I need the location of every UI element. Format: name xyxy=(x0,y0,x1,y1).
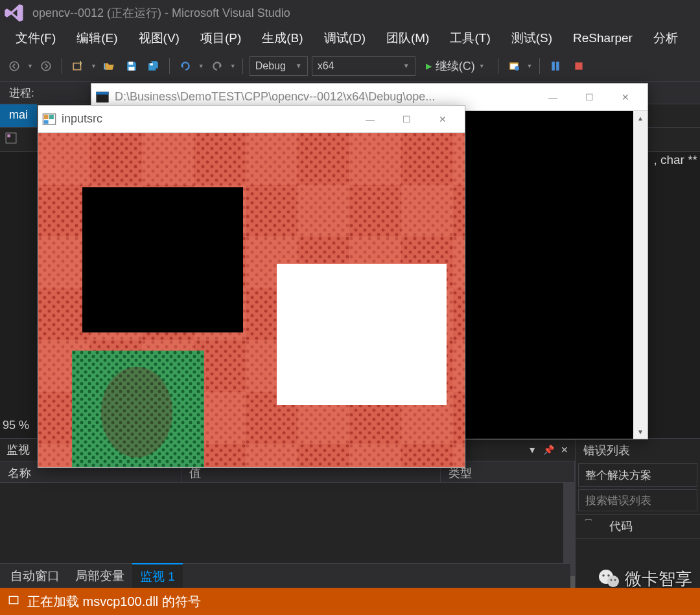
continue-button[interactable]: ▶ 继续(C) ▼ xyxy=(419,58,491,74)
svg-rect-19 xyxy=(49,115,54,119)
nav-back-icon[interactable] xyxy=(5,57,23,75)
code-fragment: , char ** xyxy=(653,153,697,167)
tab-main[interactable]: mai xyxy=(0,104,37,127)
image-window[interactable]: inputsrc — ☐ ✕ xyxy=(38,105,465,468)
menu-resharper[interactable]: ReSharper xyxy=(563,27,643,49)
error-search-placeholder: 搜索错误列表 xyxy=(585,493,651,508)
error-list-panel: 错误列表 整个解决方案 搜索错误列表 ⎴ 代码 xyxy=(576,439,700,588)
menu-project[interactable]: 项目(P) xyxy=(190,26,251,51)
new-project-icon[interactable] xyxy=(69,57,87,75)
error-scope-selector[interactable]: 整个解决方案 xyxy=(578,463,697,487)
redo-icon[interactable] xyxy=(208,57,226,75)
svg-point-39 xyxy=(614,579,616,581)
platform-selector[interactable]: x64▼ xyxy=(312,56,415,76)
zoom-percent[interactable]: 95 % xyxy=(3,419,29,432)
menu-tools[interactable]: 工具(T) xyxy=(439,26,500,51)
close-button[interactable]: ✕ xyxy=(607,84,644,111)
maximize-button[interactable]: ☐ xyxy=(388,106,425,133)
save-icon[interactable] xyxy=(122,57,141,75)
tab-autos[interactable]: 自动窗口 xyxy=(3,564,67,588)
scroll-down-icon[interactable]: ▼ xyxy=(633,424,648,439)
menu-file[interactable]: 文件(F) xyxy=(5,26,66,51)
pin-icon[interactable]: 📌 xyxy=(543,445,554,455)
config-selector[interactable]: Debug▼ xyxy=(250,56,308,76)
menu-build[interactable]: 生成(B) xyxy=(251,26,313,51)
config-value: Debug xyxy=(255,60,286,72)
close-button[interactable]: ✕ xyxy=(425,106,461,133)
menu-edit[interactable]: 编辑(E) xyxy=(66,26,128,51)
watermark-text: 微卡智享 xyxy=(625,568,692,590)
tab-locals[interactable]: 局部变量 xyxy=(67,564,132,588)
chevron-down-icon[interactable]: ▼ xyxy=(91,63,97,69)
menu-debug[interactable]: 调试(D) xyxy=(314,26,376,51)
col-code[interactable]: 代码 xyxy=(601,515,700,538)
process-label: 进程: xyxy=(9,86,34,100)
error-list-title: 错误列表 xyxy=(576,439,700,461)
svg-rect-5 xyxy=(150,63,153,65)
svg-point-8 xyxy=(515,66,519,71)
close-icon[interactable]: ✕ xyxy=(561,445,568,455)
svg-point-35 xyxy=(607,575,619,587)
watch-title: 监视 xyxy=(6,442,30,458)
chevron-down-icon: ▼ xyxy=(403,62,410,69)
console-app-icon xyxy=(95,90,110,104)
tab-watch-1[interactable]: 监视 1 xyxy=(132,563,183,589)
scope-icon[interactable] xyxy=(5,132,17,146)
status-text: 正在加载 msvcp100.dll 的符号 xyxy=(27,593,201,610)
minimize-button[interactable]: — xyxy=(352,106,388,133)
error-search-input[interactable]: 搜索错误列表 xyxy=(578,489,697,511)
chevron-down-icon[interactable]: ▼ xyxy=(230,63,236,69)
menu-view[interactable]: 视图(V) xyxy=(128,26,190,51)
play-icon: ▶ xyxy=(426,62,432,71)
image-canvas xyxy=(38,133,465,467)
image-title: inputsrc xyxy=(62,112,352,126)
white-rectangle xyxy=(277,264,447,405)
menu-bar: 文件(F) 编辑(E) 视图(V) 项目(P) 生成(B) 调试(D) 团队(M… xyxy=(0,26,700,51)
status-bar: 正在加载 msvcp100.dll 的符号 xyxy=(0,588,700,615)
menu-analyze[interactable]: 分析 xyxy=(643,26,688,51)
toolbar-separator xyxy=(498,58,498,74)
window-title: opencv--0012 (正在运行) - Microsoft Visual S… xyxy=(32,5,290,21)
maximize-button[interactable]: ☐ xyxy=(571,84,607,111)
nav-forward-icon[interactable] xyxy=(37,57,55,75)
browser-link-icon[interactable] xyxy=(505,57,523,75)
dropdown-icon[interactable]: ▼ xyxy=(528,445,537,455)
svg-rect-14 xyxy=(9,596,18,603)
scroll-up-icon[interactable]: ▲ xyxy=(633,111,648,125)
watermark: 微卡智享 xyxy=(598,567,692,590)
svg-rect-16 xyxy=(96,91,108,94)
menu-test[interactable]: 测试(S) xyxy=(501,26,563,51)
pause-icon[interactable] xyxy=(546,57,565,75)
stop-icon[interactable] xyxy=(570,57,588,75)
menu-team[interactable]: 团队(M) xyxy=(376,26,439,51)
image-app-icon xyxy=(42,112,56,126)
console-scrollbar[interactable]: ▲ ▼ xyxy=(633,111,648,439)
svg-point-37 xyxy=(607,574,610,577)
undo-icon[interactable] xyxy=(176,57,194,75)
toolbar-separator xyxy=(169,58,170,74)
image-titlebar[interactable]: inputsrc — ☐ ✕ xyxy=(38,106,465,133)
chevron-down-icon: ▼ xyxy=(296,62,302,69)
chevron-down-icon[interactable]: ▼ xyxy=(198,63,204,69)
error-scope-value: 整个解决方案 xyxy=(585,468,651,483)
continue-label: 继续(C) xyxy=(436,58,475,74)
toolbar-separator xyxy=(539,58,540,74)
svg-rect-18 xyxy=(44,115,49,119)
svg-rect-10 xyxy=(556,62,559,71)
console-title: D:\Business\DemoTEST\CPP\opencv--0012\x6… xyxy=(115,90,535,104)
window-title-bar: opencv--0012 (正在运行) - Microsoft Visual S… xyxy=(0,0,700,26)
main-toolbar: ▼ ▼ ▼ ▼ Debug▼ x64▼ ▶ 继续(C) ▼ ▼ xyxy=(0,51,700,82)
svg-rect-4 xyxy=(128,67,134,71)
chevron-down-icon: ▼ xyxy=(479,63,485,69)
chevron-down-icon[interactable]: ▼ xyxy=(527,63,533,69)
minimize-button[interactable]: — xyxy=(535,84,571,111)
platform-value: x64 xyxy=(318,60,334,72)
wechat-icon xyxy=(598,567,621,590)
svg-point-38 xyxy=(611,579,612,581)
svg-rect-20 xyxy=(44,120,49,124)
chevron-down-icon[interactable]: ▼ xyxy=(27,63,33,69)
save-all-icon[interactable] xyxy=(145,57,163,75)
open-file-icon[interactable] xyxy=(100,57,119,75)
col-icon[interactable]: ⎴ xyxy=(576,515,601,538)
svg-point-0 xyxy=(10,62,19,71)
